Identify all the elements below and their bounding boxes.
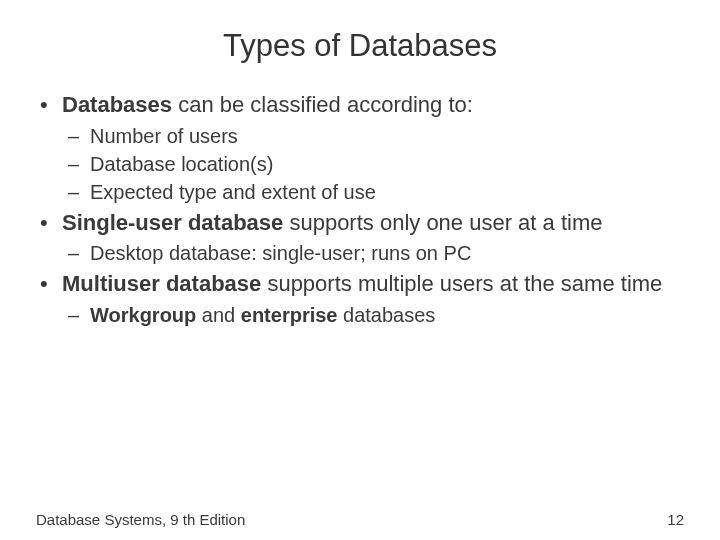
sub-bullet: Desktop database: single-user; runs on P… bbox=[62, 239, 684, 267]
sub-bullet: Database location(s) bbox=[62, 150, 684, 178]
sub-bullet: Workgroup and enterprise databases bbox=[62, 301, 684, 329]
bullet-bold: Multiuser database bbox=[62, 271, 261, 296]
bullet-text: supports only one user at a time bbox=[283, 210, 602, 235]
sub-bullet: Expected type and extent of use bbox=[62, 178, 684, 206]
bullet-single-user: Single-user database supports only one u… bbox=[36, 208, 684, 268]
footer-source: Database Systems, 9 th Edition bbox=[36, 511, 245, 528]
slide-footer: Database Systems, 9 th Edition 12 bbox=[36, 511, 684, 528]
sub-bullet: Number of users bbox=[62, 122, 684, 150]
bullet-bold: Single-user database bbox=[62, 210, 283, 235]
slide-title: Types of Databases bbox=[36, 28, 684, 64]
sub-text: and bbox=[196, 304, 240, 326]
bullet-text: can be classified according to: bbox=[172, 92, 473, 117]
sub-text: databases bbox=[338, 304, 436, 326]
sub-bold: Workgroup bbox=[90, 304, 196, 326]
page-number: 12 bbox=[667, 511, 684, 528]
bullet-classification: Databases can be classified according to… bbox=[36, 90, 684, 206]
bullet-multiuser: Multiuser database supports multiple use… bbox=[36, 269, 684, 329]
sub-bold: enterprise bbox=[241, 304, 338, 326]
bullet-bold: Databases bbox=[62, 92, 172, 117]
slide-body: Databases can be classified according to… bbox=[36, 90, 684, 329]
bullet-text: supports multiple users at the same time bbox=[261, 271, 662, 296]
